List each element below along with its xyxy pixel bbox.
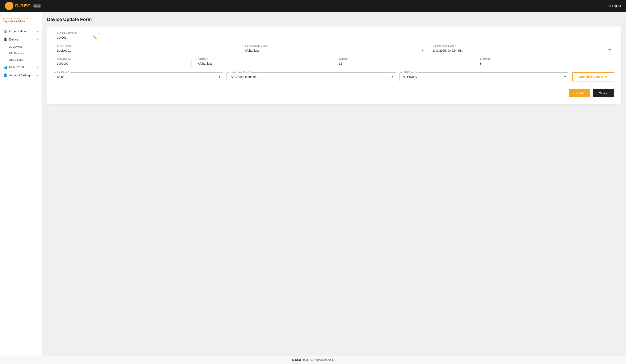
longitude-label: Longitude *: [479, 57, 493, 60]
chevron-down-icon-2: ▼: [36, 66, 39, 68]
sdg-select[interactable]: No Poverty: [399, 72, 569, 81]
sidebar-item-meterread[interactable]: 📊 MeterRead ▼: [0, 63, 42, 71]
form-card: Current External ID ✏️ Project Name Sele…: [47, 26, 621, 104]
sdg-field: SDG Benefits No Poverty ▼: [399, 72, 569, 81]
external-id-field: Current External ID ✏️: [54, 33, 100, 42]
cancel-button[interactable]: Cancel: [593, 89, 614, 97]
commissioning-date-field: Commissioning Date * 📅: [430, 46, 614, 55]
meterread-icon: 📊: [3, 65, 7, 69]
address-input[interactable]: [195, 59, 333, 68]
row-3: Capacity(kW) * Address * Latitude * Long…: [54, 59, 614, 68]
footer-text: D-REC 2023 © All rights reserved.: [292, 358, 334, 362]
organization-icon: 🏢: [3, 29, 7, 33]
user-role: OrganizationAdmin: [3, 20, 39, 23]
device-type-label: Device Type Code *: [229, 71, 251, 73]
chevron-down-icon: ▼: [36, 30, 39, 33]
drec-logo-icon: [5, 2, 13, 10]
account-icon: 👤: [3, 73, 7, 77]
external-id-input[interactable]: [54, 33, 100, 42]
capacity-label: Capacity(kW) *: [56, 57, 73, 60]
sidebar-item-organization[interactable]: 🏢 Organization ▼: [0, 27, 42, 35]
latitude-field: Latitude *: [336, 59, 473, 68]
commissioning-date-input[interactable]: [430, 46, 614, 55]
external-id-row: Current External ID ✏️: [54, 33, 614, 42]
layout: greenppower@gmail.com OrganizationAdmin …: [0, 12, 626, 356]
sidebar: greenppower@gmail.com OrganizationAdmin …: [0, 12, 42, 356]
logout-icon: ⇥: [608, 4, 611, 7]
form-actions: Update Cancel: [54, 86, 614, 97]
latitude-label: Latitude *: [338, 57, 350, 60]
account-label: Account Setting: [9, 74, 30, 77]
fuel-code-field: Fuel Code * Solar ▼: [54, 72, 223, 81]
row-4: Fuel Code * Solar ▼ Device Type Code * P…: [54, 72, 614, 81]
fuel-code-select[interactable]: Solar: [54, 72, 223, 81]
add-more-details-button[interactable]: Add More Details ▼: [572, 72, 614, 81]
latitude-input[interactable]: [336, 59, 473, 68]
device-icon: 📱: [3, 37, 7, 41]
longitude-field: Longitude *: [477, 59, 615, 68]
sidebar-item-bulk-upload[interactable]: Bulk Upload: [0, 56, 42, 63]
project-name-input[interactable]: [54, 46, 238, 55]
user-info: greenppower@gmail.com OrganizationAdmin: [0, 15, 42, 26]
organization-label: Organization: [9, 30, 26, 33]
longitude-input[interactable]: [477, 59, 615, 68]
page-title: Device Update Form: [47, 17, 621, 22]
device-type-field: Device Type Code * PV Ground mounted ▼: [227, 72, 396, 81]
chevron-down-add-more: ▼: [605, 75, 608, 79]
edit-icon[interactable]: ✏️: [93, 36, 97, 40]
logout-button[interactable]: ⇥ Logout: [608, 4, 621, 7]
logo-text: D-REC: [15, 3, 31, 9]
fuel-code-label: Fuel Code *: [56, 71, 70, 73]
capacity-field: Capacity(kW) *: [54, 59, 192, 68]
add-more-field: Add More Details ▼: [572, 72, 614, 81]
chevron-up-icon: ▲: [36, 38, 39, 41]
user-email: greenppower@gmail.com: [3, 17, 39, 20]
top-header: D-REC BETA ⇥ Logout: [0, 0, 626, 12]
beta-badge: BETA: [33, 4, 41, 7]
project-name-label: Project Name: [56, 44, 72, 47]
logo-area: D-REC BETA: [5, 2, 41, 10]
main-content: Device Update Form Current External ID ✏…: [42, 12, 626, 356]
row-2: Project Name Select Country Code * Afgha…: [54, 46, 614, 55]
device-type-select[interactable]: PV Ground mounted: [227, 72, 396, 81]
sidebar-item-account-setting[interactable]: 👤 Account Setting ▼: [0, 71, 42, 79]
external-id-label: Current External ID: [56, 32, 78, 34]
update-button[interactable]: Update: [569, 89, 590, 97]
nav-section: 🏢 Organization ▼ 📱 Device ▲ My Devices A…: [0, 26, 42, 80]
capacity-input[interactable]: [54, 59, 192, 68]
svg-point-2: [8, 5, 10, 7]
meterread-label: MeterRead: [9, 66, 24, 69]
country-code-label: Select Country Code *: [244, 44, 269, 47]
address-field: Address *: [195, 59, 333, 68]
sdg-label: SDG Benefits: [402, 71, 418, 73]
footer: D-REC 2023 © All rights reserved.: [0, 356, 626, 364]
device-label: Device: [9, 38, 18, 41]
add-more-label: Add More Details: [579, 75, 603, 79]
commissioning-date-label: Commissioning Date *: [432, 44, 457, 47]
project-name-field: Project Name: [54, 46, 238, 55]
country-code-select[interactable]: Afghanistan: [242, 46, 426, 55]
logout-label: Logout: [612, 4, 621, 7]
drec-logo-svg: [5, 2, 13, 10]
calendar-icon[interactable]: 📅: [608, 49, 612, 53]
sidebar-item-device[interactable]: 📱 Device ▲: [0, 35, 42, 43]
address-label: Address *: [197, 57, 209, 60]
country-code-field: Select Country Code * Afghanistan ▼: [242, 46, 426, 55]
chevron-down-icon-3: ▼: [36, 74, 39, 77]
sidebar-item-my-devices[interactable]: My Devices: [0, 43, 42, 50]
sidebar-item-add-devices[interactable]: Add Devices: [0, 50, 42, 56]
